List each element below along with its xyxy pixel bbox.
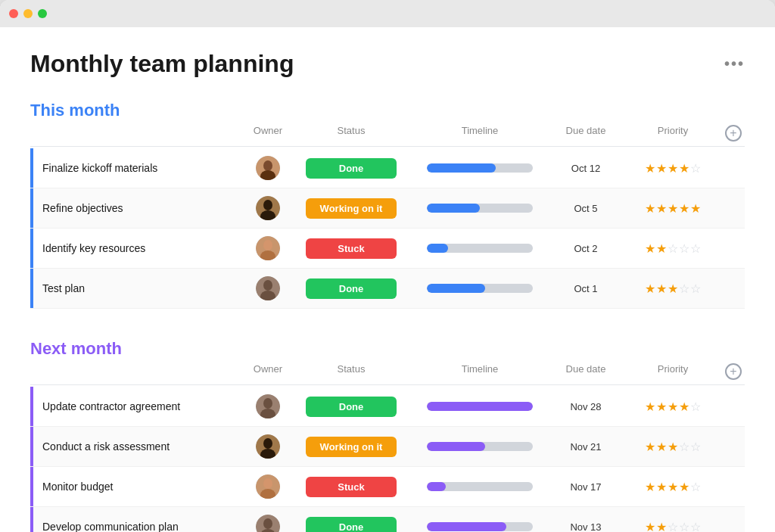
col-header-due-nm: Due date (548, 363, 624, 380)
task-cell: Update contractor agreement (30, 387, 245, 426)
task-name: Finalize kickoff materials (42, 162, 157, 174)
col-header-priority-nm: Priority (624, 363, 722, 380)
priority-cell: ★★★★☆ (624, 161, 722, 176)
due-date-cell: Nov 13 (548, 521, 624, 533)
this-month-title: This month (30, 101, 120, 120)
star-4: ☆ (690, 161, 701, 176)
this-month-header: This month (30, 101, 745, 120)
status-cell: Stuck (291, 238, 412, 259)
table-row[interactable]: Develop communication plan Done Nov 13 ★… (30, 507, 745, 532)
star-1: ★ (656, 201, 667, 216)
table-row[interactable]: Identify key resources Stuck Oct 2 ★★☆☆☆ (30, 229, 745, 269)
star-2: ★ (668, 480, 678, 494)
status-badge[interactable]: Done (306, 397, 397, 417)
status-cell: Working on it (291, 198, 412, 219)
timeline-bar (427, 284, 533, 293)
table-row[interactable]: Finalize kickoff materials Done Oct 12 ★… (30, 148, 745, 188)
priority-cell: ★★☆☆☆ (624, 520, 722, 533)
col-header-timeline: Timeline (412, 125, 548, 142)
owner-cell (245, 156, 291, 180)
task-cell: Finalize kickoff materials (30, 148, 245, 188)
due-date-cell: Oct 5 (548, 203, 624, 214)
svg-point-19 (263, 478, 272, 489)
svg-point-4 (263, 200, 272, 210)
star-1: ★ (656, 440, 667, 454)
task-cell: Identify key resources (30, 229, 245, 268)
table-row[interactable]: Monitor budget Stuck Nov 17 ★★★★☆ (30, 467, 745, 507)
table-row[interactable]: Conduct a risk assessment Working on it … (30, 427, 745, 467)
status-cell: Done (291, 397, 412, 417)
due-date-cell: Oct 1 (548, 283, 624, 294)
status-badge[interactable]: Stuck (306, 477, 397, 497)
avatar (256, 276, 280, 300)
table-row[interactable]: Refine objectives Working on it Oct 5 ★★… (30, 188, 745, 229)
priority-cell: ★★★☆☆ (624, 440, 722, 454)
status-badge[interactable]: Working on it (306, 437, 397, 457)
star-3: ☆ (679, 520, 689, 533)
status-badge[interactable]: Working on it (306, 198, 397, 219)
task-cell: Conduct a risk assessment (30, 427, 245, 466)
timeline-fill (427, 402, 533, 411)
add-column-button[interactable]: + (725, 125, 742, 142)
page-title-row: Monthly team planning ••• (30, 50, 745, 78)
col-header-status-nm: Status (291, 363, 412, 380)
page-title: Monthly team planning (30, 50, 294, 78)
col-header-task-nm (42, 363, 245, 380)
close-dot[interactable] (9, 9, 18, 18)
maximize-dot[interactable] (38, 9, 47, 18)
accent-bar (30, 229, 33, 268)
star-0: ★ (645, 201, 655, 216)
minimize-dot[interactable] (23, 9, 33, 18)
status-badge[interactable]: Stuck (306, 238, 397, 259)
star-2: ★ (668, 201, 678, 216)
timeline-fill (427, 522, 506, 531)
star-0: ★ (645, 282, 655, 296)
priority-cell: ★★★☆☆ (624, 282, 722, 296)
priority-cell: ★★★★★ (624, 201, 722, 216)
col-header-due-date: Due date (548, 125, 624, 142)
task-name: Develop communication plan (42, 521, 179, 532)
timeline-bar (427, 442, 533, 451)
accent-bar (30, 387, 33, 426)
star-4: ☆ (690, 241, 701, 256)
timeline-fill (427, 204, 480, 213)
star-3: ★ (679, 400, 689, 414)
timeline-cell (412, 163, 548, 173)
star-2: ★ (668, 282, 678, 296)
timeline-fill (427, 442, 485, 451)
table-row[interactable]: Test plan Done Oct 1 ★★★☆☆ (30, 269, 745, 309)
timeline-bar (427, 402, 533, 411)
status-badge[interactable]: Done (306, 517, 397, 533)
status-badge[interactable]: Done (306, 278, 397, 299)
star-4: ★ (690, 201, 701, 216)
timeline-fill (427, 244, 448, 253)
accent-bar (30, 188, 33, 228)
star-0: ★ (645, 480, 655, 494)
add-column-button-nm[interactable]: + (725, 363, 742, 380)
star-1: ★ (656, 282, 667, 296)
next-month-header: Next month (30, 339, 745, 359)
timeline-cell (412, 482, 548, 491)
timeline-cell (412, 284, 548, 293)
next-month-section: Next month Owner Status Timeline Due dat… (30, 339, 745, 532)
due-date-cell: Nov 28 (548, 401, 624, 412)
table-row[interactable]: Update contractor agreement Done Nov 28 … (30, 387, 745, 427)
this-month-section: This month Owner Status Timeline Due dat… (30, 101, 745, 309)
star-4: ☆ (690, 400, 701, 414)
due-date-cell: Nov 17 (548, 481, 624, 493)
timeline-bar (427, 482, 533, 491)
status-badge[interactable]: Done (306, 158, 397, 179)
more-options-button[interactable]: ••• (724, 55, 745, 73)
col-header-task (42, 125, 245, 142)
col-header-owner-nm: Owner (245, 363, 291, 380)
avatar (256, 394, 280, 418)
main-content: Monthly team planning ••• This month Own… (0, 27, 775, 532)
owner-cell (245, 515, 291, 532)
priority-cell: ★★★★☆ (624, 480, 722, 494)
svg-point-7 (263, 240, 272, 250)
star-0: ★ (645, 520, 655, 533)
task-name: Conduct a risk assessment (42, 440, 170, 453)
star-2: ★ (668, 161, 678, 176)
task-name: Test plan (42, 282, 85, 294)
star-3: ☆ (679, 282, 689, 296)
